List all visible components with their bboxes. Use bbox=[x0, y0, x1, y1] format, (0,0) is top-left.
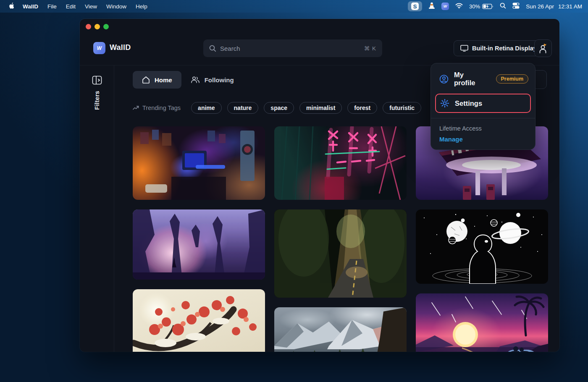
filters-sidebar: Filters bbox=[80, 65, 114, 352]
wallpaper-grid bbox=[133, 126, 559, 352]
wallpaper-space-figure[interactable] bbox=[416, 209, 548, 284]
menubar-clock[interactable]: Sun 26 Apr 12:31 AM bbox=[526, 3, 582, 10]
menu-divider bbox=[431, 118, 535, 118]
battery-icon bbox=[482, 4, 494, 9]
wallpaper-synthwave-sunset[interactable] bbox=[416, 293, 548, 352]
menu-edit[interactable]: Edit bbox=[61, 0, 80, 13]
search-bar[interactable]: ⌘ K bbox=[203, 39, 382, 57]
my-profile-label: My profile bbox=[454, 71, 486, 87]
menu-help[interactable]: Help bbox=[131, 0, 152, 13]
trending-label-group: Trending Tags bbox=[133, 105, 181, 111]
menu-file[interactable]: File bbox=[43, 0, 61, 13]
tab-home-label: Home bbox=[155, 76, 172, 84]
walld-status-icon[interactable]: W bbox=[441, 3, 449, 10]
grid-column-2 bbox=[274, 126, 407, 352]
trending-label: Trending Tags bbox=[142, 105, 181, 111]
vlc-icon[interactable] bbox=[428, 2, 435, 10]
wallpaper-neon-sign[interactable] bbox=[274, 126, 407, 200]
filters-label: Filters bbox=[94, 91, 100, 110]
spotlight-search-icon[interactable] bbox=[500, 3, 506, 10]
wallpaper-retro-gaming-room[interactable] bbox=[133, 126, 265, 200]
user-crown-icon bbox=[538, 43, 548, 54]
walld-logo: W bbox=[93, 42, 105, 54]
profile-button[interactable] bbox=[534, 39, 552, 57]
profile-dropdown-menu: My profile Premium Settings Lifetime Acc… bbox=[430, 63, 536, 150]
menubar-app-name[interactable]: WallD bbox=[18, 0, 43, 13]
menu-bar: WallD File Edit View Window Help S W 30% bbox=[0, 0, 588, 13]
battery-indicator[interactable]: 30% bbox=[469, 3, 494, 10]
search-icon bbox=[209, 45, 216, 52]
app-header: W WallD ⌘ K Built-in Retina Display bbox=[80, 19, 559, 65]
display-selector-button[interactable]: Built-in Retina Display bbox=[454, 40, 543, 56]
tab-following-label: Following bbox=[205, 76, 234, 84]
wallpaper-forest-road[interactable] bbox=[274, 209, 407, 298]
trending-icon bbox=[133, 105, 139, 110]
menu-item-my-profile[interactable]: My profile Premium bbox=[431, 63, 535, 92]
following-users-icon bbox=[191, 76, 200, 84]
gear-icon bbox=[440, 99, 449, 108]
tag-minimalist[interactable]: minimalist bbox=[299, 102, 342, 114]
grid-column-1 bbox=[133, 126, 265, 352]
menu-window[interactable]: Window bbox=[102, 0, 131, 13]
home-icon bbox=[142, 76, 150, 84]
wifi-icon[interactable] bbox=[455, 3, 463, 10]
desktop: WallD File Edit View Window Help S W 30% bbox=[0, 0, 588, 382]
wallpaper-cherry-blossom[interactable] bbox=[133, 289, 265, 352]
menubar-time: 12:31 AM bbox=[558, 3, 582, 10]
apple-menu-icon[interactable] bbox=[0, 3, 18, 10]
manage-link[interactable]: Manage bbox=[439, 136, 535, 143]
lifetime-access-label: Lifetime Access bbox=[439, 125, 535, 132]
wallpaper-purple-forest[interactable] bbox=[133, 209, 265, 280]
menubar-date: Sun 26 Apr bbox=[526, 3, 554, 10]
wallpaper-snowy-mountains[interactable] bbox=[274, 307, 407, 352]
tag-nature[interactable]: nature bbox=[227, 102, 259, 114]
control-center-icon[interactable] bbox=[512, 3, 520, 10]
menu-view[interactable]: View bbox=[80, 0, 102, 13]
profile-circle-icon bbox=[439, 74, 449, 84]
skype-logo: S bbox=[411, 3, 419, 10]
app-title: WallD bbox=[110, 43, 131, 52]
battery-percent: 30% bbox=[469, 3, 480, 10]
grid-column-3 bbox=[416, 126, 548, 352]
search-shortcut-hint: ⌘ K bbox=[364, 45, 376, 52]
settings-label: Settings bbox=[455, 99, 482, 107]
tab-following[interactable]: Following bbox=[181, 71, 243, 89]
monitor-icon bbox=[460, 45, 468, 52]
menu-item-settings[interactable]: Settings bbox=[435, 94, 531, 113]
search-input[interactable] bbox=[220, 45, 360, 52]
display-button-label: Built-in Retina Display bbox=[472, 45, 537, 52]
tag-forest[interactable]: forest bbox=[347, 102, 377, 114]
tag-futuristic[interactable]: futuristic bbox=[383, 102, 421, 114]
sidebar-toggle-icon[interactable] bbox=[92, 76, 102, 85]
tag-space[interactable]: space bbox=[264, 102, 294, 114]
tag-anime[interactable]: anime bbox=[191, 102, 221, 114]
tab-home[interactable]: Home bbox=[133, 71, 181, 89]
premium-badge: Premium bbox=[496, 74, 529, 84]
skype-status-icon[interactable]: S bbox=[408, 1, 422, 11]
